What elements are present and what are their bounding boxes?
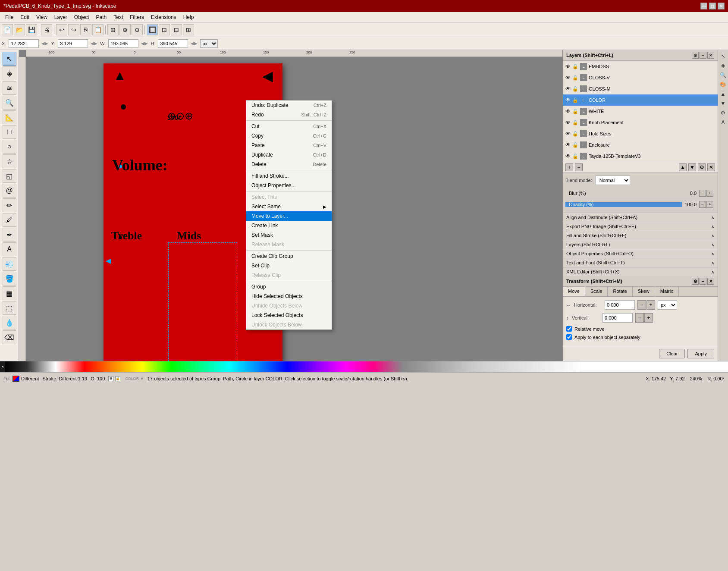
remove-layer-button[interactable]: − [575,163,583,171]
node-tool[interactable]: ◈ [3,66,16,80]
menu-text[interactable]: Text [110,13,126,21]
tweak-tool[interactable]: ≋ [3,81,16,95]
lock-tayda[interactable]: 🔓 [572,154,578,159]
tab-move[interactable]: Move [563,287,585,296]
minimize-button[interactable]: — [700,3,707,9]
close-button[interactable]: ✕ [718,3,725,9]
calligraph-tool[interactable]: ✒ [3,228,16,242]
window-buttons[interactable]: — □ ✕ [700,3,725,9]
transform-minimize[interactable]: − [700,278,706,285]
cm-set-mask[interactable]: Set Mask [246,230,332,240]
ellipse-tool[interactable]: ○ [3,140,16,154]
zoom-tool[interactable]: 🔍 [3,96,16,110]
layer-settings-button[interactable]: ⚙ [698,163,706,171]
save-button[interactable]: 💾 [26,24,37,35]
horizontal-input[interactable] [605,300,635,310]
horizontal-plus[interactable]: + [646,300,655,310]
cm-group[interactable]: Group [246,282,332,292]
ri-node[interactable]: ◈ [719,61,728,70]
layer-white[interactable]: 👁 🔓 L WHITE [563,106,718,117]
cm-fill-stroke[interactable]: Fill and Stroke... [246,171,332,181]
cm-lock-selected[interactable]: Lock Selected Objects [246,311,332,320]
measure-tool[interactable]: 📐 [3,110,16,124]
text-tool[interactable]: A [3,242,16,256]
object-props-header[interactable]: Object Properties (Shift+Ctrl+O) ∧ [563,249,718,258]
lock-white[interactable]: 🔓 [572,109,578,114]
layer-down-button[interactable]: ▼ [688,163,696,171]
fill-tool[interactable]: 🪣 [3,272,16,286]
eraser-tool[interactable]: ⌫ [3,330,16,344]
canvas[interactable]: ⊕⊙⊕ SVOC ▲ ◀ Volume: ◀ Treble Mids [26,57,562,361]
apply-button[interactable]: Apply [687,349,714,358]
eye-emboss[interactable]: 👁 [565,63,571,69]
relative-move-checkbox[interactable] [566,326,572,332]
transform-close[interactable]: ✕ [707,278,714,285]
colorbar[interactable]: ✕ [0,361,728,372]
ri-color[interactable]: 🎨 [719,80,728,89]
layer-knob[interactable]: 👁 🔓 L Knob Placement [563,117,718,128]
lock-gloss-v[interactable]: 🔓 [572,75,578,81]
blur-plus[interactable]: + [706,190,713,197]
redo-button[interactable]: ↪ [68,24,79,35]
snap-btn-2[interactable]: ⊡ [159,24,170,35]
zoom-in-button[interactable]: ⊕ [119,24,131,35]
color-none[interactable]: ✕ [0,361,5,372]
maximize-button[interactable]: □ [709,3,716,9]
connector-tool[interactable]: ⬚ [3,301,16,315]
spray-tool[interactable]: 💨 [3,257,16,271]
layers-header-2[interactable]: Layers (Shift+Ctrl+L) ∧ [563,240,718,249]
align-distribute-header[interactable]: Align and Distribute (Shift+Ctrl+A) ∧ [563,213,718,222]
menu-file[interactable]: File [2,13,17,21]
ri-zoom[interactable]: 🔍 [719,71,728,79]
new-button[interactable]: 📄 [2,24,13,35]
blend-mode-select[interactable]: Normal Multiply Screen [596,176,630,185]
cm-move-to-layer[interactable]: Move to Layer... [246,211,332,221]
ri-select[interactable]: ↖ [719,52,728,60]
spiral-tool[interactable]: @ [3,184,16,198]
color-palette[interactable] [5,361,728,372]
layers-panel-minimize[interactable]: − [700,52,706,59]
select-tool[interactable]: ↖ [3,52,16,66]
layer-color[interactable]: 👁 🔓 L COLOR [563,94,718,106]
eye-tayda[interactable]: 👁 [565,153,571,159]
eye-gloss-v[interactable]: 👁 [565,75,571,81]
opacity-minus[interactable]: − [699,201,706,208]
transform-unit-select[interactable]: px mm [658,300,677,310]
open-button[interactable]: 📂 [14,24,25,35]
fill-stroke-header[interactable]: Fill and Stroke (Shift+Ctrl+F) ∧ [563,231,718,240]
cm-redo[interactable]: Redo Shift+Ctrl+Z [246,110,332,119]
undo-button[interactable]: ↩ [56,24,67,35]
x-input[interactable] [9,39,39,48]
horizontal-minus[interactable]: − [637,300,646,310]
layer-up-button[interactable]: ▲ [679,163,687,171]
dropper-tool[interactable]: 💧 [3,316,16,329]
menu-edit[interactable]: Edit [17,13,33,21]
layer-gloss-v[interactable]: 👁 🔓 L GLOSS-V [563,72,718,83]
3d-tool[interactable]: ◱ [3,169,16,183]
ri-text[interactable]: A [719,118,728,127]
cm-paste[interactable]: Paste Ctrl+V [246,141,332,150]
tab-rotate[interactable]: Rotate [608,287,632,296]
opacity-plus[interactable]: + [706,201,713,208]
snap-btn-4[interactable]: ⊞ [183,24,194,35]
clear-button[interactable]: Clear [659,349,685,358]
menu-filters[interactable]: Filters [126,13,147,21]
eye-color[interactable]: 👁 [565,97,571,103]
vertical-plus[interactable]: + [644,313,653,323]
menu-path[interactable]: Path [93,13,110,21]
cm-delete[interactable]: Delete Delete [246,160,332,169]
gradient-tool[interactable]: ▦ [3,286,16,300]
cm-undo[interactable]: Undo: Duplicate Ctrl+Z [246,100,332,110]
layer-gloss-m[interactable]: 👁 🔓 L GLOSS-M [563,83,718,94]
menu-help[interactable]: Help [180,13,198,21]
eye-knob[interactable]: 👁 [565,119,571,125]
export-png-header[interactable]: Export PNG Image (Shift+Ctrl+E) ∧ [563,222,718,231]
menu-view[interactable]: View [33,13,51,21]
xml-editor-header[interactable]: XML Editor (Shift+Ctrl+X) ∧ [563,267,718,276]
print-button[interactable]: 🖨 [41,24,52,35]
eye-white[interactable]: 👁 [565,108,571,114]
transform-settings[interactable]: ⚙ [692,278,699,285]
layer-close-button[interactable]: ✕ [707,163,715,171]
lock-enclosure[interactable]: 🔓 [572,142,578,148]
cm-select-same[interactable]: Select Same ▶ [246,202,332,211]
